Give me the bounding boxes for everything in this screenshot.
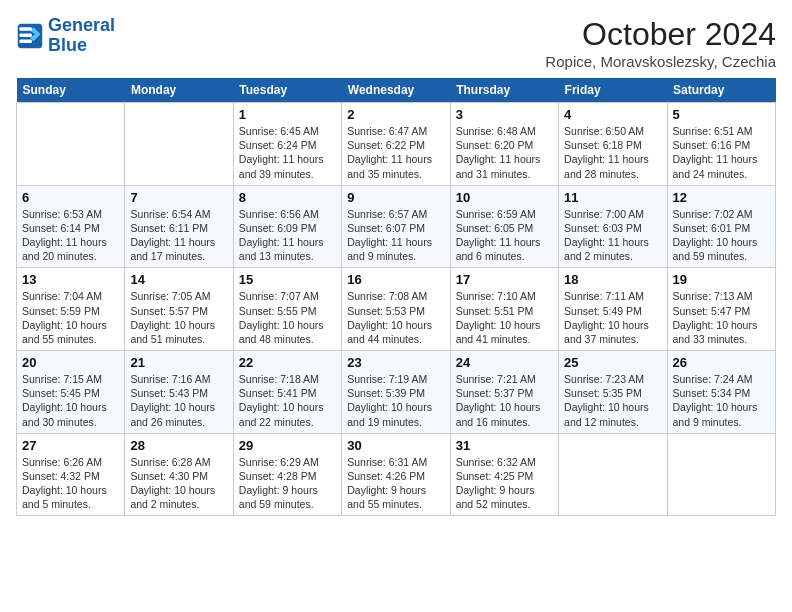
day-info: Sunrise: 6:48 AMSunset: 6:20 PMDaylight:… [456,124,553,181]
day-number: 27 [22,438,119,453]
day-number: 5 [673,107,770,122]
calendar-week-row: 27Sunrise: 6:26 AMSunset: 4:32 PMDayligh… [17,433,776,516]
logo: General Blue [16,16,115,56]
svg-rect-2 [20,27,32,31]
day-info: Sunrise: 6:28 AMSunset: 4:30 PMDaylight:… [130,455,227,512]
day-info: Sunrise: 7:21 AMSunset: 5:37 PMDaylight:… [456,372,553,429]
day-number: 16 [347,272,444,287]
day-info: Sunrise: 7:02 AMSunset: 6:01 PMDaylight:… [673,207,770,264]
weekday-header: Saturday [667,78,775,103]
weekday-header: Wednesday [342,78,450,103]
day-info: Sunrise: 7:00 AMSunset: 6:03 PMDaylight:… [564,207,661,264]
day-info: Sunrise: 6:50 AMSunset: 6:18 PMDaylight:… [564,124,661,181]
calendar-day-cell: 12Sunrise: 7:02 AMSunset: 6:01 PMDayligh… [667,185,775,268]
calendar-day-cell: 4Sunrise: 6:50 AMSunset: 6:18 PMDaylight… [559,103,667,186]
calendar-day-cell: 27Sunrise: 6:26 AMSunset: 4:32 PMDayligh… [17,433,125,516]
logo-text: General Blue [48,16,115,56]
calendar-day-cell: 31Sunrise: 6:32 AMSunset: 4:25 PMDayligh… [450,433,558,516]
day-info: Sunrise: 6:57 AMSunset: 6:07 PMDaylight:… [347,207,444,264]
day-info: Sunrise: 6:29 AMSunset: 4:28 PMDaylight:… [239,455,336,512]
day-info: Sunrise: 7:10 AMSunset: 5:51 PMDaylight:… [456,289,553,346]
day-number: 22 [239,355,336,370]
day-number: 21 [130,355,227,370]
calendar-day-cell: 7Sunrise: 6:54 AMSunset: 6:11 PMDaylight… [125,185,233,268]
calendar-day-cell: 21Sunrise: 7:16 AMSunset: 5:43 PMDayligh… [125,351,233,434]
calendar-day-cell: 24Sunrise: 7:21 AMSunset: 5:37 PMDayligh… [450,351,558,434]
day-number: 31 [456,438,553,453]
day-info: Sunrise: 7:13 AMSunset: 5:47 PMDaylight:… [673,289,770,346]
day-number: 3 [456,107,553,122]
day-info: Sunrise: 6:54 AMSunset: 6:11 PMDaylight:… [130,207,227,264]
calendar-day-cell [125,103,233,186]
day-number: 19 [673,272,770,287]
calendar-day-cell: 23Sunrise: 7:19 AMSunset: 5:39 PMDayligh… [342,351,450,434]
calendar-day-cell: 13Sunrise: 7:04 AMSunset: 5:59 PMDayligh… [17,268,125,351]
day-number: 24 [456,355,553,370]
day-info: Sunrise: 7:04 AMSunset: 5:59 PMDaylight:… [22,289,119,346]
page-header: General Blue October 2024 Ropice, Moravs… [16,16,776,70]
day-number: 15 [239,272,336,287]
svg-rect-4 [20,39,32,43]
month-title: October 2024 [545,16,776,53]
logo-line2: Blue [48,35,87,55]
day-number: 18 [564,272,661,287]
day-info: Sunrise: 6:26 AMSunset: 4:32 PMDaylight:… [22,455,119,512]
day-number: 10 [456,190,553,205]
day-number: 25 [564,355,661,370]
calendar-day-cell: 29Sunrise: 6:29 AMSunset: 4:28 PMDayligh… [233,433,341,516]
day-number: 20 [22,355,119,370]
logo-line1: General [48,15,115,35]
day-info: Sunrise: 6:51 AMSunset: 6:16 PMDaylight:… [673,124,770,181]
day-number: 14 [130,272,227,287]
day-info: Sunrise: 7:08 AMSunset: 5:53 PMDaylight:… [347,289,444,346]
calendar-day-cell: 8Sunrise: 6:56 AMSunset: 6:09 PMDaylight… [233,185,341,268]
calendar-day-cell: 10Sunrise: 6:59 AMSunset: 6:05 PMDayligh… [450,185,558,268]
day-number: 2 [347,107,444,122]
svg-rect-3 [20,33,32,37]
calendar-day-cell: 17Sunrise: 7:10 AMSunset: 5:51 PMDayligh… [450,268,558,351]
calendar-day-cell: 30Sunrise: 6:31 AMSunset: 4:26 PMDayligh… [342,433,450,516]
day-info: Sunrise: 6:53 AMSunset: 6:14 PMDaylight:… [22,207,119,264]
calendar-day-cell: 19Sunrise: 7:13 AMSunset: 5:47 PMDayligh… [667,268,775,351]
day-info: Sunrise: 7:23 AMSunset: 5:35 PMDaylight:… [564,372,661,429]
calendar-day-cell: 3Sunrise: 6:48 AMSunset: 6:20 PMDaylight… [450,103,558,186]
day-info: Sunrise: 6:59 AMSunset: 6:05 PMDaylight:… [456,207,553,264]
calendar-day-cell: 22Sunrise: 7:18 AMSunset: 5:41 PMDayligh… [233,351,341,434]
calendar-day-cell [17,103,125,186]
day-number: 6 [22,190,119,205]
calendar-table: SundayMondayTuesdayWednesdayThursdayFrid… [16,78,776,516]
calendar-day-cell: 16Sunrise: 7:08 AMSunset: 5:53 PMDayligh… [342,268,450,351]
weekday-header: Sunday [17,78,125,103]
day-info: Sunrise: 7:19 AMSunset: 5:39 PMDaylight:… [347,372,444,429]
day-number: 8 [239,190,336,205]
weekday-header: Monday [125,78,233,103]
calendar-day-cell: 6Sunrise: 6:53 AMSunset: 6:14 PMDaylight… [17,185,125,268]
calendar-day-cell: 18Sunrise: 7:11 AMSunset: 5:49 PMDayligh… [559,268,667,351]
day-number: 9 [347,190,444,205]
day-number: 13 [22,272,119,287]
calendar-day-cell [667,433,775,516]
calendar-day-cell: 28Sunrise: 6:28 AMSunset: 4:30 PMDayligh… [125,433,233,516]
calendar-week-row: 13Sunrise: 7:04 AMSunset: 5:59 PMDayligh… [17,268,776,351]
day-number: 17 [456,272,553,287]
day-info: Sunrise: 7:05 AMSunset: 5:57 PMDaylight:… [130,289,227,346]
day-info: Sunrise: 6:47 AMSunset: 6:22 PMDaylight:… [347,124,444,181]
calendar-day-cell: 2Sunrise: 6:47 AMSunset: 6:22 PMDaylight… [342,103,450,186]
day-number: 1 [239,107,336,122]
day-info: Sunrise: 6:32 AMSunset: 4:25 PMDaylight:… [456,455,553,512]
calendar-day-cell: 11Sunrise: 7:00 AMSunset: 6:03 PMDayligh… [559,185,667,268]
weekday-header: Friday [559,78,667,103]
calendar-week-row: 1Sunrise: 6:45 AMSunset: 6:24 PMDaylight… [17,103,776,186]
day-info: Sunrise: 7:16 AMSunset: 5:43 PMDaylight:… [130,372,227,429]
day-info: Sunrise: 7:24 AMSunset: 5:34 PMDaylight:… [673,372,770,429]
day-number: 11 [564,190,661,205]
calendar-day-cell: 9Sunrise: 6:57 AMSunset: 6:07 PMDaylight… [342,185,450,268]
day-number: 28 [130,438,227,453]
calendar-day-cell: 15Sunrise: 7:07 AMSunset: 5:55 PMDayligh… [233,268,341,351]
weekday-header: Tuesday [233,78,341,103]
calendar-day-cell: 25Sunrise: 7:23 AMSunset: 5:35 PMDayligh… [559,351,667,434]
day-number: 23 [347,355,444,370]
weekday-header: Thursday [450,78,558,103]
calendar-day-cell: 14Sunrise: 7:05 AMSunset: 5:57 PMDayligh… [125,268,233,351]
calendar-day-cell: 1Sunrise: 6:45 AMSunset: 6:24 PMDaylight… [233,103,341,186]
